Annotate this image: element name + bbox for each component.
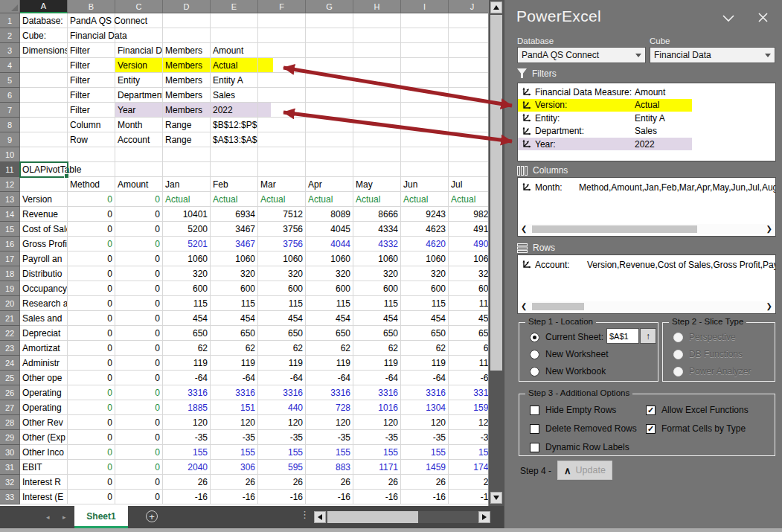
cell-I21[interactable]: 454 (401, 311, 449, 326)
cell-B30[interactable]: 0 (68, 445, 115, 460)
vertical-scrollbar[interactable] (488, 0, 504, 506)
cell-G21[interactable]: 454 (306, 311, 353, 326)
cell-F21[interactable]: 454 (258, 311, 306, 326)
row-header-16[interactable]: 16 (0, 237, 20, 251)
cell-A7[interactable] (20, 103, 68, 118)
cell-A18[interactable]: Distributio (20, 266, 68, 281)
cell-C9[interactable]: Account (115, 132, 163, 147)
cell-H18[interactable]: 320 (353, 266, 401, 281)
update-button[interactable]: ∧ Update (557, 461, 612, 480)
cell-F16[interactable]: 3756 (258, 237, 306, 251)
cell-F18[interactable]: 320 (258, 266, 306, 281)
row-header-14[interactable]: 14 (0, 207, 20, 222)
cell-H8[interactable] (353, 118, 401, 132)
cell-A29[interactable]: Other (Exp (20, 430, 68, 445)
cell-D27[interactable]: 1885 (163, 400, 211, 415)
row-header-7[interactable]: 7 (0, 103, 20, 118)
cell-E20[interactable]: 115 (211, 296, 258, 311)
cell-J11[interactable] (449, 162, 488, 177)
cell-J8[interactable] (449, 118, 488, 132)
cell-H33[interactable]: -16 (353, 490, 401, 504)
cell-G18[interactable]: 320 (306, 266, 353, 281)
cell-J13[interactable]: Actual (449, 192, 488, 207)
cube-dropdown[interactable]: Financial Data (650, 47, 775, 63)
cell-B23[interactable]: 0 (68, 341, 115, 356)
cell-I28[interactable]: 120 (401, 415, 449, 430)
cell-B2[interactable]: Financial Data (68, 28, 115, 43)
cell-D4[interactable]: Members (163, 58, 211, 73)
cell-I8[interactable] (401, 118, 449, 132)
filters-list[interactable]: Financial Data Measure:AmountVersion:Act… (517, 83, 776, 161)
location-cell-input[interactable] (606, 328, 639, 344)
cell-I17[interactable]: 1060 (401, 251, 449, 266)
cell-C23[interactable]: 0 (115, 341, 163, 356)
cell-J20[interactable]: 115 (449, 296, 488, 311)
cell-E21[interactable]: 454 (211, 311, 258, 326)
cell-A8[interactable] (20, 118, 68, 132)
cell-G24[interactable]: 119 (306, 356, 353, 371)
cell-H24[interactable]: 119 (353, 356, 401, 371)
cell-E24[interactable]: 119 (211, 356, 258, 371)
filter-item-department[interactable]: Department:Sales (518, 125, 775, 138)
cell-I31[interactable]: 1459 (401, 460, 449, 475)
cell-E3[interactable]: Amount (211, 43, 258, 58)
cell-F24[interactable]: 119 (258, 356, 306, 371)
cell-C8[interactable]: Month (115, 118, 163, 132)
cell-E19[interactable]: 600 (211, 281, 258, 296)
cell-H29[interactable]: -35 (353, 430, 401, 445)
cell-F12[interactable]: Mar (258, 177, 306, 192)
cell-H4[interactable] (353, 58, 401, 73)
cell-C13[interactable]: 0 (115, 192, 163, 207)
cell-G26[interactable]: 3316 (306, 385, 353, 400)
cell-J1[interactable] (449, 13, 488, 28)
cell-A14[interactable]: Revenue (20, 207, 68, 222)
cell-I14[interactable]: 9243 (401, 207, 449, 222)
cell-H7[interactable] (353, 103, 401, 118)
row-header-2[interactable]: 2 (0, 28, 20, 43)
cell-H9[interactable] (353, 132, 401, 147)
cell-F15[interactable]: 3756 (258, 222, 306, 237)
row-header-25[interactable]: 25 (0, 371, 20, 385)
cell-J18[interactable]: 320 (449, 266, 488, 281)
cell-J22[interactable]: 650 (449, 326, 488, 341)
cell-B15[interactable]: 0 (68, 222, 115, 237)
row-header-33[interactable]: 33 (0, 490, 20, 504)
cell-H14[interactable]: 8666 (353, 207, 401, 222)
cell-A19[interactable]: Occupancy (20, 281, 68, 296)
filter-item-version[interactable]: Version:Actual (518, 99, 775, 112)
cell-I23[interactable]: 62 (401, 341, 449, 356)
cell-C15[interactable]: 0 (115, 222, 163, 237)
cell-D22[interactable]: 650 (163, 326, 211, 341)
cell-E14[interactable]: 6934 (211, 207, 258, 222)
cell-D25[interactable]: -64 (163, 371, 211, 385)
cell-F20[interactable]: 115 (258, 296, 306, 311)
cell-H28[interactable]: 120 (353, 415, 401, 430)
col-header-G[interactable]: G (306, 0, 353, 13)
cell-G17[interactable]: 1060 (306, 251, 353, 266)
cell-I33[interactable]: -16 (401, 490, 449, 504)
rows-list[interactable]: Account: Version,Revenue,Cost of Sales,G… (517, 254, 776, 314)
spreadsheet-grid[interactable]: ABCDEFGHIJ1Database:PandA QS Connect2Cub… (0, 0, 488, 506)
row-header-3[interactable]: 3 (0, 43, 20, 58)
cell-B6[interactable]: Filter (68, 88, 115, 103)
cell-I7[interactable] (401, 103, 449, 118)
cell-C33[interactable]: 0 (115, 490, 163, 504)
cell-H32[interactable]: 26 (353, 475, 401, 490)
cell-F13[interactable]: Actual (258, 192, 306, 207)
cell-G30[interactable]: 155 (306, 445, 353, 460)
cell-J30[interactable]: 155 (449, 445, 488, 460)
row-header-23[interactable]: 23 (0, 341, 20, 356)
cell-I26[interactable]: 3316 (401, 385, 449, 400)
cell-I11[interactable] (401, 162, 449, 177)
cell-I29[interactable]: -35 (401, 430, 449, 445)
cell-J26[interactable]: 3316 (449, 385, 488, 400)
cell-F26[interactable]: 3316 (258, 385, 306, 400)
cell-C5[interactable]: Entity (115, 73, 163, 88)
cell-H12[interactable]: May (353, 177, 401, 192)
cell-F4[interactable] (258, 58, 306, 73)
cell-A11[interactable]: OLAPivotTable (20, 162, 68, 177)
scroll-up-button[interactable] (490, 1, 502, 13)
scroll-down-button[interactable] (490, 492, 502, 504)
cell-F3[interactable] (258, 43, 306, 58)
cell-D13[interactable]: Actual (163, 192, 211, 207)
